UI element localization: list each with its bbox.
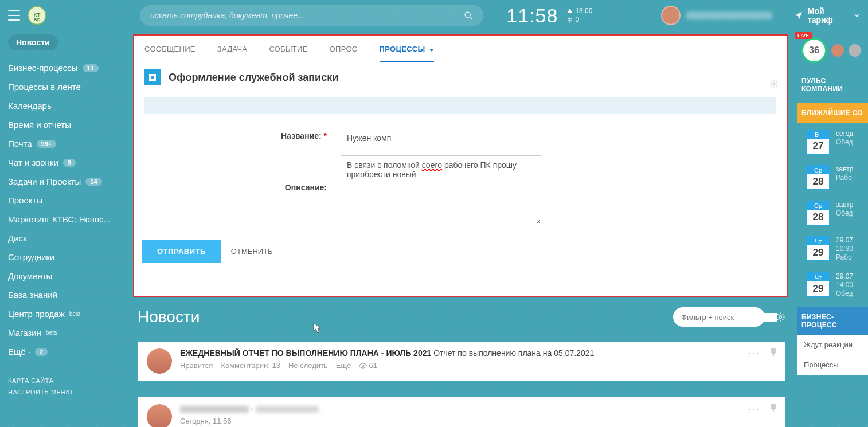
calendar-item[interactable]: Ср28 завтр Рабо (797, 162, 868, 194)
live-widget[interactable]: LIVE 36 (797, 34, 868, 66)
clock: 11:58 (506, 5, 558, 27)
sidebar-item[interactable]: Диск (8, 229, 128, 248)
sidebar-active[interactable]: Новости (8, 34, 58, 50)
process-form-card: СООБЩЕНИЕЗАДАЧАСОБЫТИЕОПРОСПРОЦЕССЫ Офор… (133, 34, 788, 297)
calendar-item[interactable]: Чт29 29.07 10:30 Рабо (797, 233, 868, 265)
paper-plane-icon (794, 11, 803, 20)
sitemap-link[interactable]: КАРТА САЙТА (8, 375, 128, 386)
calendar-chip: Ср28 (806, 201, 830, 226)
feed-item[interactable]: ЕЖЕДНЕВНЫЙ ОТЧЕТ ПО ВЫПОЛНЕНИЮ ПЛАНА - И… (138, 342, 785, 381)
disk-icon (849, 44, 861, 57)
tab[interactable]: ПРОЦЕССЫ (380, 45, 435, 62)
tariff-button[interactable]: Мой тариф (794, 6, 860, 25)
svg-point-5 (773, 83, 775, 85)
tab[interactable]: СООБЩЕНИЕ (144, 45, 196, 62)
sidebar-item[interactable]: Задачи и Проекты14 (8, 172, 128, 191)
calendar-text: завтр Рабо (836, 165, 853, 190)
form-title-row: Оформление служебной записки (134, 62, 787, 92)
sidebar-item[interactable]: Календарь (8, 96, 128, 115)
configure-menu-link[interactable]: НАСТРОИТЬ МЕНЮ (8, 386, 128, 398)
calendar-chip: Чт29 (806, 272, 830, 297)
desc-textarea[interactable]: В связи с поломкой соего рабочего ПК про… (341, 155, 541, 225)
sidebar-item[interactable]: База знаний (8, 285, 128, 304)
bp-processes-link[interactable]: Процессы (797, 355, 868, 375)
tabs-row: СООБЩЕНИЕЗАДАЧАСОБЫТИЕОПРОСПРОЦЕССЫ (134, 36, 787, 62)
pin-icon[interactable] (769, 403, 777, 413)
sidebar-item[interactable]: Ещё ·2 (8, 342, 128, 361)
sidebar-item[interactable]: Чат и звонки9 (8, 153, 128, 172)
gear-icon[interactable] (775, 312, 785, 322)
process-icon (144, 69, 161, 85)
calendar-item[interactable]: Ср28 завтр Обед (797, 197, 868, 229)
calendar-chip: Вт27 (806, 130, 830, 155)
sidebar-item[interactable]: Процессы в ленте (8, 77, 128, 96)
recipient-blurred (256, 406, 319, 413)
avatar (147, 404, 172, 427)
comments-link[interactable]: Комментарии: 13 (221, 361, 280, 370)
calendar-item[interactable]: Вт27 сегод Обед (797, 126, 868, 158)
pulse-header[interactable]: ПУЛЬС КОМПАНИИ (797, 71, 868, 99)
calendar-text: 29.07 14:00 Обед (836, 272, 853, 298)
desc-label: Описание: (157, 155, 341, 192)
name-input[interactable] (341, 128, 541, 148)
sidebar-item[interactable]: Бизнес-процессы11 (8, 58, 128, 77)
news-header: Новости (138, 307, 785, 327)
avatar (831, 44, 844, 57)
global-search[interactable] (140, 5, 483, 26)
sidebar: Новости Бизнес-процессы11Процессы в лент… (8, 34, 128, 398)
feed-title: ЕЖЕДНЕВНЫЙ ОТЧЕТ ПО ВЫПОЛНЕНИЮ ПЛАНА - И… (180, 348, 594, 358)
info-strip (144, 97, 776, 114)
avatar (661, 6, 681, 25)
sidebar-item[interactable]: Сотрудники (8, 248, 128, 267)
tab[interactable]: ОПРОС (330, 45, 358, 62)
live-count: 36 (801, 38, 827, 63)
sidebar-item[interactable]: Проекты (8, 191, 128, 210)
sidebar-item[interactable]: Документы (8, 267, 128, 285)
svg-line-4 (470, 17, 472, 19)
calendar-item[interactable]: Чт29 29.07 14:00 Обед (797, 269, 868, 301)
user-name-blurred (686, 11, 772, 19)
sidebar-item[interactable]: Магазинbeta (8, 323, 128, 342)
more-link[interactable]: Ещё (336, 361, 351, 370)
form-title: Оформление служебной записки (169, 72, 338, 84)
submit-button[interactable]: ОТПРАВИТЬ (142, 240, 221, 263)
nearest-header[interactable]: БЛИЖАЙШИЕ СО (797, 103, 868, 123)
unfollow-link[interactable]: Не следить (288, 361, 328, 370)
views: 61 (359, 361, 377, 370)
hamburger-icon[interactable] (8, 10, 20, 21)
more-menu-icon[interactable]: ··· (748, 403, 760, 415)
tab[interactable]: СОБЫТИЕ (269, 45, 307, 62)
svg-point-8 (779, 316, 782, 319)
more-menu-icon[interactable]: ··· (748, 347, 760, 359)
bp-header[interactable]: БИЗНЕС-ПРОЦЕСС (797, 307, 868, 335)
feed-item[interactable]: › Сегодня, 11:56 ··· (138, 397, 785, 427)
live-badge: LIVE (795, 32, 812, 39)
tab[interactable]: ЗАДАЧА (217, 45, 248, 62)
time-counters: 13:00 0 (567, 7, 592, 24)
author-blurred (180, 406, 249, 413)
cancel-button[interactable]: ОТМЕНИТЬ (231, 247, 273, 256)
sidebar-item[interactable]: Центр продажbeta (8, 304, 128, 323)
search-input[interactable] (150, 11, 464, 20)
right-rail: LIVE 36 ПУЛЬС КОМПАНИИ БЛИЖАЙШИЕ СО Вт27… (797, 34, 868, 375)
filter-input[interactable] (681, 313, 777, 322)
svg-text:КТ: КТ (34, 11, 41, 18)
logo[interactable]: КТ ВС (27, 5, 47, 26)
bp-await-link[interactable]: Ждут реакции (797, 335, 868, 355)
calendar-text: 29.07 10:30 Рабо (836, 236, 853, 262)
gear-icon[interactable] (769, 79, 779, 88)
calendar-text: завтр Обед (836, 201, 853, 226)
sidebar-item[interactable]: Маркетинг КТВС: Новос... (8, 210, 128, 229)
calendar-chip: Ср28 (806, 165, 830, 190)
pin-icon[interactable] (769, 347, 777, 358)
avatar (147, 348, 172, 374)
sidebar-item[interactable]: Время и отчеты (8, 115, 128, 134)
calendar-text: сегод Обед (836, 130, 853, 155)
like-link[interactable]: Нравится (180, 361, 213, 370)
eye-icon (359, 362, 367, 370)
news-heading: Новости (138, 308, 673, 326)
header: КТ ВС 11:58 13:00 0 Мой тариф (0, 0, 868, 31)
user-chip[interactable] (661, 6, 772, 25)
sidebar-item[interactable]: Почта99+ (8, 134, 128, 153)
filter-search[interactable] (673, 307, 765, 327)
